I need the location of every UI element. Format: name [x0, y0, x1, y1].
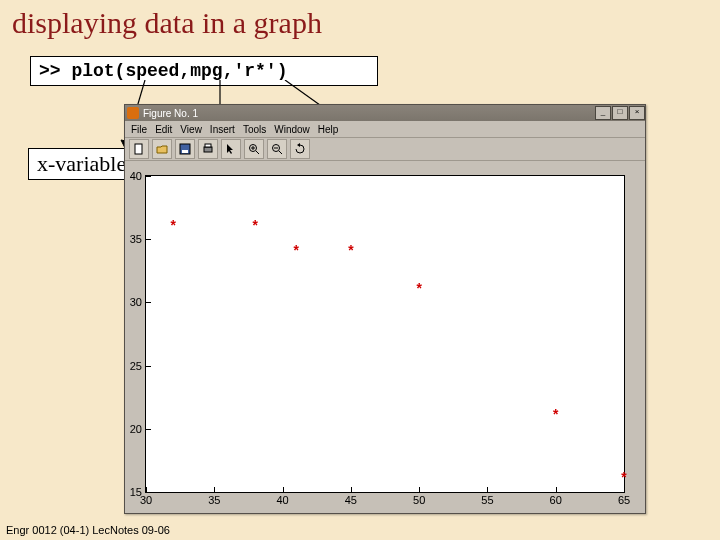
zoom-in-icon[interactable]: [244, 139, 264, 159]
label-x-variable: x-variable: [28, 148, 135, 180]
figure-titlebar: Figure No. 1 _ □ ×: [125, 105, 645, 121]
x-tick-label: 50: [413, 492, 425, 506]
close-button[interactable]: ×: [629, 106, 645, 120]
figure-window: Figure No. 1 _ □ × File Edit View Insert…: [124, 104, 646, 514]
menu-edit[interactable]: Edit: [155, 124, 172, 135]
menu-file[interactable]: File: [131, 124, 147, 135]
data-point: *: [347, 245, 355, 259]
data-point: *: [415, 283, 423, 297]
y-tick-label: 20: [130, 423, 146, 435]
menu-view[interactable]: View: [180, 124, 202, 135]
print-icon[interactable]: [198, 139, 218, 159]
plot-axes: 3035404550556065152025303540*******: [145, 175, 625, 493]
y-tick-label: 40: [130, 170, 146, 182]
svg-line-16: [279, 151, 282, 154]
open-icon[interactable]: [152, 139, 172, 159]
data-point: *: [552, 409, 560, 423]
slide-footer: Engr 0012 (04-1) LecNotes 09-06: [6, 524, 170, 536]
x-tick-label: 35: [208, 492, 220, 506]
svg-line-12: [256, 151, 259, 154]
window-buttons: _ □ ×: [594, 106, 645, 120]
figure-toolbar: [125, 138, 645, 161]
data-point: *: [169, 220, 177, 234]
y-tick-label: 25: [130, 360, 146, 372]
svg-rect-8: [182, 150, 188, 153]
data-point: *: [620, 472, 628, 486]
x-tick-label: 55: [481, 492, 493, 506]
pointer-icon[interactable]: [221, 139, 241, 159]
new-figure-icon[interactable]: [129, 139, 149, 159]
menu-tools[interactable]: Tools: [243, 124, 266, 135]
save-icon[interactable]: [175, 139, 195, 159]
menu-insert[interactable]: Insert: [210, 124, 235, 135]
data-point: *: [292, 245, 300, 259]
menu-window[interactable]: Window: [274, 124, 310, 135]
figure-icon: [127, 107, 139, 119]
rotate-icon[interactable]: [290, 139, 310, 159]
data-point: *: [251, 220, 259, 234]
minimize-button[interactable]: _: [595, 106, 611, 120]
svg-rect-10: [205, 144, 211, 147]
x-tick-label: 65: [618, 492, 630, 506]
svg-rect-6: [135, 144, 142, 154]
figure-menubar: File Edit View Insert Tools Window Help: [125, 121, 645, 138]
svg-marker-18: [297, 143, 300, 147]
zoom-out-icon[interactable]: [267, 139, 287, 159]
y-tick-label: 15: [130, 486, 146, 498]
maximize-button[interactable]: □: [612, 106, 628, 120]
y-tick-label: 35: [130, 233, 146, 245]
x-tick-label: 45: [345, 492, 357, 506]
slide-title: displaying data in a graph: [12, 6, 322, 40]
svg-rect-9: [204, 147, 212, 152]
menu-help[interactable]: Help: [318, 124, 339, 135]
x-tick-label: 60: [550, 492, 562, 506]
y-tick-label: 30: [130, 296, 146, 308]
figure-title: Figure No. 1: [143, 108, 198, 119]
x-tick-label: 40: [276, 492, 288, 506]
